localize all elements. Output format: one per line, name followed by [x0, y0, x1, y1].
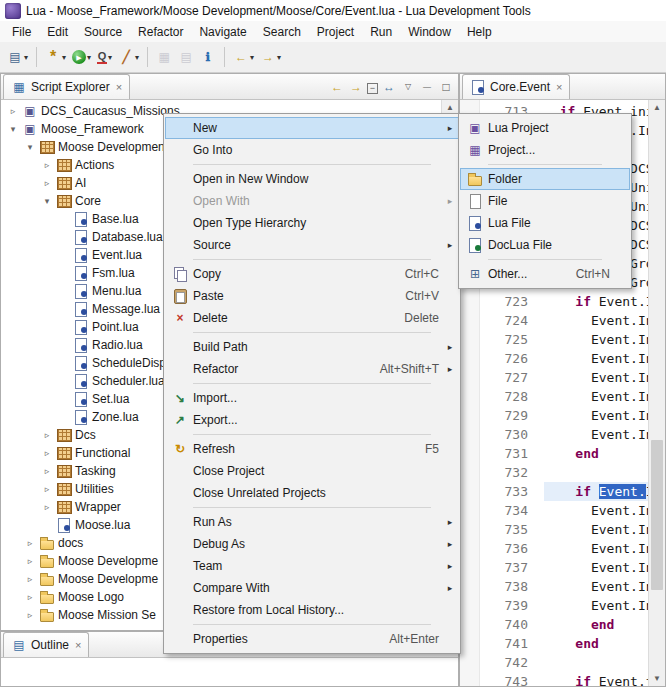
- context-menu-item-open-with[interactable]: Open With▸: [165, 190, 459, 212]
- context-menu-item-debug-as[interactable]: Debug As▸: [165, 533, 459, 555]
- new-submenu-item-folder[interactable]: Folder: [460, 168, 630, 190]
- package-icon: [56, 463, 72, 479]
- menu-item-label: Export...: [193, 413, 439, 427]
- menu-item-label: Run As: [193, 515, 439, 529]
- new-submenu-item-lua-file[interactable]: Lua File: [460, 212, 630, 234]
- minimize-icon[interactable]: —: [419, 78, 435, 95]
- menubar-item-window[interactable]: Window: [400, 23, 459, 41]
- tree-item-label: Wrapper: [75, 500, 121, 514]
- context-menu-item-properties[interactable]: PropertiesAlt+Enter: [165, 628, 459, 650]
- external-tools-button[interactable]: *▾: [43, 45, 68, 69]
- menubar-item-edit[interactable]: Edit: [39, 23, 76, 41]
- menubar-item-help[interactable]: Help: [459, 23, 500, 41]
- context-menu-item-compare-with[interactable]: Compare With▸: [165, 577, 459, 599]
- menu-item-label: Compare With: [193, 581, 439, 595]
- lua-file-icon: [73, 229, 89, 245]
- new-wizard-button[interactable]: ▤▾: [5, 45, 30, 69]
- menu-separator: [193, 507, 431, 508]
- run-button[interactable]: ▶▾: [70, 45, 93, 69]
- new-submenu-item-project[interactable]: ▦Project...: [460, 139, 630, 161]
- context-menu-item-open-type-hierarchy[interactable]: Open Type Hierarchy: [165, 212, 459, 234]
- close-icon[interactable]: ×: [75, 639, 81, 651]
- back-icon[interactable]: ←: [329, 79, 345, 95]
- menubar-item-run[interactable]: Run: [362, 23, 400, 41]
- menubar-item-file[interactable]: File: [4, 23, 39, 41]
- scroll-down-icon[interactable]: ▼: [649, 671, 665, 686]
- context-menu-item-team[interactable]: Team▸: [165, 555, 459, 577]
- new-submenu-item-doclua-file[interactable]: DocLua File: [460, 234, 630, 256]
- new-submenu-item-file[interactable]: File: [460, 190, 630, 212]
- menu-item-label: New: [193, 121, 439, 135]
- console2-icon: ▤: [178, 49, 194, 65]
- context-menu-item-refresh[interactable]: ↻RefreshF5: [165, 438, 459, 460]
- new-submenu-item-other[interactable]: ⊞Other...Ctrl+N: [460, 263, 630, 285]
- context-menu-item-new[interactable]: New▸: [165, 117, 459, 139]
- chevron-down-icon: ▾: [135, 53, 139, 62]
- folder-icon: [39, 607, 55, 623]
- tree-item-label: Database.lua: [92, 230, 163, 244]
- forward-button[interactable]: →▾: [258, 45, 283, 69]
- line-number: 726: [481, 349, 536, 368]
- context-menu-item-export[interactable]: ↗Export...: [165, 409, 459, 431]
- script-explorer-tab-label: Script Explorer: [31, 80, 110, 94]
- menu-item-label: Import...: [193, 391, 439, 405]
- menu-separator: [488, 259, 602, 260]
- line-number: 728: [481, 387, 536, 406]
- context-menu-item-copy[interactable]: CopyCtrl+C: [165, 263, 459, 285]
- context-menu-item-delete[interactable]: ×DeleteDelete: [165, 307, 459, 329]
- tab-script-explorer[interactable]: ▦ Script Explorer ×: [3, 74, 130, 99]
- text-selection: Event.: [599, 484, 646, 499]
- line-number: 735: [481, 520, 536, 539]
- export-icon: ↗: [167, 412, 193, 428]
- file-new-icon: [467, 193, 483, 209]
- back-icon: ←: [233, 49, 249, 65]
- scrollbar-thumb[interactable]: [651, 440, 663, 590]
- tree-item-label: Moose Development: [58, 140, 168, 154]
- context-menu-item-close-unrelated-projects[interactable]: Close Unrelated Projects: [165, 482, 459, 504]
- open-console-button[interactable]: ▦: [154, 45, 174, 69]
- maximize-icon: □: [438, 79, 454, 95]
- code-line: if Event.IniDCSUnit then: [544, 292, 648, 311]
- context-menu-item-refactor[interactable]: RefactorAlt+Shift+T▸: [165, 358, 459, 380]
- tree-item-label: docs: [58, 536, 83, 550]
- collapse-all-icon[interactable]: −: [367, 80, 378, 94]
- code-line: [544, 463, 648, 482]
- back-button[interactable]: ←▾: [231, 45, 256, 69]
- tree-item-label: Radio.lua: [92, 338, 143, 352]
- editor-scrollbar[interactable]: ▲ ▼: [648, 100, 665, 686]
- menubar-item-source[interactable]: Source: [76, 23, 130, 41]
- tab-core-event[interactable]: Core.Event ×: [462, 74, 570, 99]
- menubar-item-refactor[interactable]: Refactor: [130, 23, 191, 41]
- close-icon[interactable]: ×: [116, 81, 122, 93]
- menu-item-label: Go Into: [193, 143, 439, 157]
- line-number: 730: [481, 425, 536, 444]
- maximize-icon[interactable]: □: [438, 79, 454, 95]
- scroll-up-icon[interactable]: ▲: [649, 100, 665, 115]
- context-menu-item-restore-from-local-history[interactable]: Restore from Local History...: [165, 599, 459, 621]
- link-editor-icon[interactable]: ↔: [381, 79, 397, 95]
- tab-outline[interactable]: ▤ Outline ×: [3, 632, 89, 657]
- coverage-button[interactable]: Q▾: [95, 45, 114, 69]
- app-icon: [5, 3, 21, 19]
- context-menu-item-build-path[interactable]: Build Path▸: [165, 336, 459, 358]
- new-submenu-item-lua-project[interactable]: ▣Lua Project: [460, 117, 630, 139]
- info-button[interactable]: ℹ: [198, 45, 218, 69]
- context-menu-item-go-into[interactable]: Go Into: [165, 139, 459, 161]
- context-menu-item-open-in-new-window[interactable]: Open in New Window: [165, 168, 459, 190]
- forward-icon[interactable]: →: [348, 79, 364, 95]
- context-menu-item-run-as[interactable]: Run As▸: [165, 511, 459, 533]
- menubar-item-project[interactable]: Project: [309, 23, 362, 41]
- context-menu-item-source[interactable]: Source▸: [165, 234, 459, 256]
- open-view-button[interactable]: ▤: [176, 45, 196, 69]
- context-menu: New▸Go IntoOpen in New WindowOpen With▸O…: [163, 113, 461, 654]
- wand-button[interactable]: ╱▾: [116, 45, 141, 69]
- context-menu-item-close-project[interactable]: Close Project: [165, 460, 459, 482]
- menubar-item-navigate[interactable]: Navigate: [191, 23, 254, 41]
- context-menu-item-paste[interactable]: PasteCtrl+V: [165, 285, 459, 307]
- tree-item-label: Moose Logo: [58, 590, 124, 604]
- context-menu-item-import[interactable]: ↘Import...: [165, 387, 459, 409]
- lua-file-icon: [73, 391, 89, 407]
- menubar-item-search[interactable]: Search: [255, 23, 309, 41]
- view-menu-icon[interactable]: ▽: [400, 78, 416, 95]
- close-icon[interactable]: ×: [556, 81, 562, 93]
